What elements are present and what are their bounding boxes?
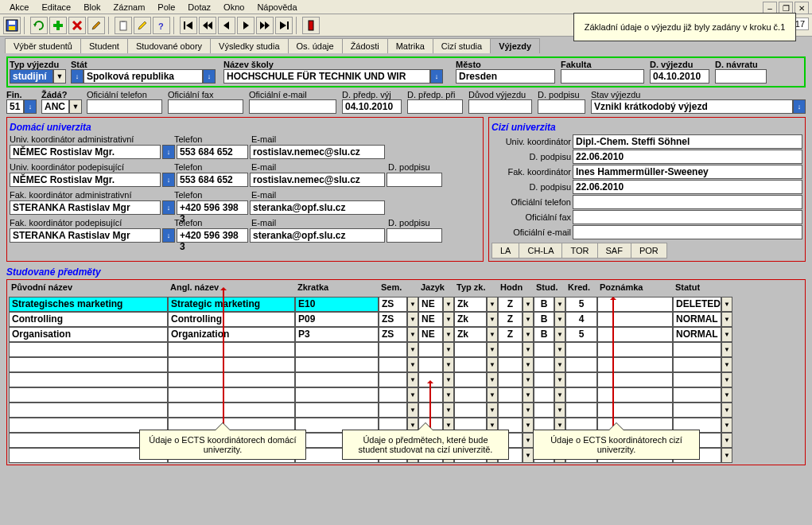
dd-sem[interactable]: ▼ [407,372,418,387]
cell-stud[interactable]: B [534,327,554,342]
field-home-fakadmin-email[interactable]: steranka@opf.slu.cz [250,200,385,215]
btn-por[interactable]: POR [631,243,667,259]
tab-zadosti[interactable]: Žádosti [342,38,388,53]
cell-hodn[interactable] [498,342,523,357]
dd-jaz[interactable]: ▼ [443,402,454,418]
cell-zk[interactable] [295,372,379,387]
exit-icon[interactable] [302,17,320,34]
dd-hodn[interactable]: ▼ [523,312,534,327]
cell-typ[interactable] [454,402,487,418]
cell-hodn[interactable] [498,402,523,418]
save-icon[interactable] [3,17,21,34]
cell-zk[interactable] [295,402,379,418]
cell-stat[interactable]: NORMAL [673,327,721,342]
field-ofemail[interactable] [249,99,336,114]
field-dpredpvyj[interactable]: 04.10.2010 [342,99,402,114]
field-f-koord[interactable]: Dipl.-Chem. Steffi Söhnel [573,134,802,149]
menu-pole[interactable]: Pole [151,1,181,14]
field-home-faksign-name[interactable]: STERANKA Rastislav Mgr [10,228,161,243]
cell-hodn[interactable]: Z [498,312,523,327]
cell-hodn[interactable] [498,372,523,387]
clipboard-icon[interactable] [115,17,132,34]
field-dpredppri[interactable] [407,99,463,114]
field-f-dp2[interactable]: 22.06.2010 [573,180,802,194]
field-stat[interactable]: Spolková republika [84,69,203,84]
field-home-faksign-email[interactable]: steranka@opf.slu.cz [250,228,385,243]
dd-sem[interactable]: ▼ [407,387,418,402]
cell-zk[interactable]: P09 [295,312,379,327]
dd-stud[interactable]: ▼ [554,402,565,418]
cell-zk[interactable]: E10 [295,297,379,312]
dd-typ[interactable]: ▼ [487,372,498,387]
cell-kred[interactable] [565,357,597,372]
lov-home-admin[interactable]: ↓ [162,145,175,159]
cell-en[interactable] [168,402,295,418]
cell-hodn[interactable]: Z [498,297,523,312]
dd-jaz[interactable]: ▼ [443,312,454,327]
field-dpodpisu[interactable] [538,99,585,114]
btn-tor[interactable]: TOR [561,243,597,259]
cell-stud[interactable] [534,372,554,387]
field-home-sign-name[interactable]: NĚMEC Rostislav Mgr. [10,173,161,187]
cell-stud[interactable] [534,342,554,357]
cell-stud[interactable] [534,357,554,372]
dd-stat[interactable]: ▼ [721,312,732,327]
field-home-sign-tel[interactable]: 553 684 652 [177,173,248,187]
dd-sem[interactable]: ▼ [407,312,418,327]
menu-zaznam[interactable]: Záznam [107,1,152,14]
menu-napoveda[interactable]: Nápověda [251,1,303,14]
field-home-sign-dpod[interactable] [387,173,442,187]
cell-pozn[interactable] [597,387,673,402]
cell-hodn[interactable]: Z [498,327,523,342]
dd-typ-vyjezdu[interactable]: ▼ [53,69,66,84]
cell-stat[interactable] [673,402,721,418]
cell-kred[interactable] [565,372,597,387]
field-typ-vyjezdu[interactable]: studijní [10,69,53,84]
dd-sem[interactable]: ▼ [407,297,418,312]
cell-orig[interactable]: Strategisches marketing [9,297,168,312]
cell-orig[interactable] [9,342,168,357]
dd-hodn[interactable]: ▼ [523,387,534,402]
field-f-dp1[interactable]: 22.06.2010 [573,150,802,164]
cell-stat[interactable] [673,372,721,387]
menu-dotaz[interactable]: Dotaz [181,1,217,14]
lov-home-fakadmin[interactable]: ↓ [162,200,175,215]
dd-typ[interactable]: ▼ [487,312,498,327]
dd-jaz[interactable]: ▼ [443,342,454,357]
last-icon[interactable] [275,17,293,34]
cell-typ[interactable]: Zk [454,297,487,312]
cell-jaz[interactable]: NE [418,312,443,327]
btn-saf[interactable]: SAF [597,243,631,259]
dd-jaz[interactable]: ▼ [443,297,454,312]
lov-stat2[interactable]: ↓ [203,69,216,84]
cell-orig[interactable] [9,372,168,387]
cell-kred[interactable] [565,342,597,357]
dd-typ[interactable]: ▼ [487,342,498,357]
cell-en[interactable] [168,387,295,402]
cell-sem[interactable] [379,372,407,387]
cell-en[interactable] [168,342,295,357]
dd-hodn[interactable]: ▼ [523,402,534,418]
field-d-navratu[interactable] [715,69,767,84]
dd-jaz[interactable]: ▼ [443,327,454,342]
cell-typ[interactable] [454,372,487,387]
field-home-admin-name[interactable]: NĚMEC Rostislav Mgr. [10,145,161,159]
tab-vyjezdy[interactable]: Výjezdy [490,38,540,53]
dd-stat[interactable]: ▼ [721,342,732,357]
dd-hodn[interactable]: ▼ [523,327,534,342]
dd-hodn[interactable]: ▼ [523,433,534,448]
dd-stat[interactable]: ▼ [721,372,732,387]
field-fakulta[interactable] [561,69,644,84]
dd-jaz[interactable]: ▼ [443,357,454,372]
dd-sem[interactable]: ▼ [407,402,418,418]
cell-pozn[interactable] [597,372,673,387]
cell-zk[interactable] [295,342,379,357]
pencil-icon[interactable] [134,17,151,34]
cell-en[interactable] [168,372,295,387]
cell-orig[interactable]: Controlling [9,312,168,327]
dd-typ[interactable]: ▼ [487,327,498,342]
dd-stat[interactable]: ▼ [721,402,732,418]
cell-orig[interactable] [9,402,168,418]
cell-jaz[interactable] [418,342,443,357]
dd-stud[interactable]: ▼ [554,357,565,372]
